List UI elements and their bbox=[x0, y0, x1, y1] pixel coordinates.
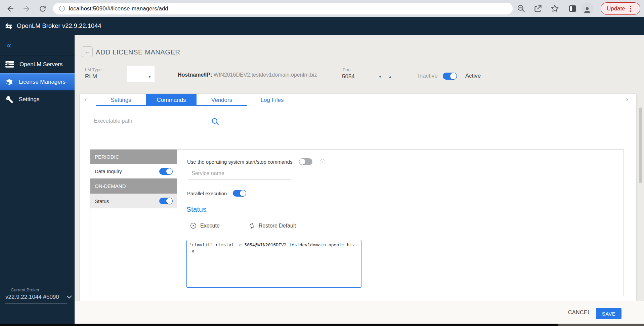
sidebar-item-settings[interactable]: Settings bbox=[0, 91, 75, 108]
command-actions: Execute Restore Default bbox=[190, 222, 296, 229]
command-row-status[interactable]: Status bbox=[90, 194, 177, 208]
sidebar-item-license-managers[interactable]: License Managers bbox=[0, 73, 75, 91]
servers-icon bbox=[5, 61, 14, 68]
port-caret-up-icon[interactable]: ▲ bbox=[388, 75, 392, 79]
inactive-label: Inactive bbox=[418, 73, 438, 79]
zoom-out-icon[interactable] bbox=[517, 4, 526, 13]
current-broker-block: Current Broker v22.9.22.1044 #5090 bbox=[0, 287, 75, 303]
data-inquiry-toggle[interactable] bbox=[159, 168, 173, 175]
share-icon[interactable] bbox=[533, 4, 543, 13]
person-icon bbox=[583, 6, 592, 14]
gear-icon bbox=[5, 78, 13, 86]
tab-vendors[interactable]: Vendors bbox=[197, 94, 247, 106]
group-header-periodic: PERIODIC bbox=[90, 150, 177, 164]
sync-icon bbox=[249, 222, 255, 229]
tabs-scroll-left-icon[interactable]: ‹ bbox=[85, 95, 87, 103]
hostname-label: Hostname/IP: bbox=[178, 72, 212, 78]
tab-bar: Settings Commands Vendors Log Files bbox=[96, 94, 297, 106]
search-icon[interactable] bbox=[211, 117, 220, 126]
tools-icon bbox=[5, 95, 13, 104]
port-underline bbox=[335, 82, 395, 82]
back-button[interactable]: ← bbox=[82, 46, 93, 57]
sidebar-item-openlm-servers[interactable]: OpenLM Servers bbox=[0, 56, 75, 73]
license-manager-card: ‹ Settings Commands Vendors Log Files › … bbox=[80, 94, 636, 301]
browser-toolbar: i localhost:5090/#/license-managers/add … bbox=[0, 0, 644, 17]
port-caret-down-icon[interactable]: ▼ bbox=[378, 75, 382, 79]
screen: i localhost:5090/#/license-managers/add … bbox=[0, 0, 644, 326]
sidebar-item-label: OpenLM Servers bbox=[19, 61, 63, 68]
tabs-scroll-right-icon[interactable]: › bbox=[626, 95, 628, 103]
chevron-down-icon bbox=[67, 295, 72, 299]
hostname-value[interactable]: WIN2016DEV2.testdev1domain.openlm.biz bbox=[214, 72, 317, 78]
current-broker-label: Current Broker bbox=[11, 287, 75, 292]
bookmark-star-icon[interactable] bbox=[550, 4, 559, 13]
service-name-input[interactable] bbox=[188, 170, 291, 179]
address-bar[interactable]: i localhost:5090/#/license-managers/add bbox=[53, 3, 513, 14]
tab-log-files[interactable]: Log Files bbox=[247, 94, 297, 106]
current-broker-value: v22.9.22.1044 #5090 bbox=[5, 294, 59, 300]
active-state-toggle[interactable] bbox=[443, 73, 457, 80]
lm-type-value[interactable]: RLM bbox=[85, 73, 97, 80]
split-view-icon[interactable] bbox=[569, 5, 576, 12]
page-title-info-icon[interactable]: i bbox=[173, 50, 179, 55]
browser-back-icon[interactable] bbox=[6, 4, 15, 13]
app-header: ⇆ OpenLM Broker v22.9.22.1044 bbox=[0, 17, 644, 35]
collapse-icon: « bbox=[7, 41, 11, 50]
tab-commands[interactable]: Commands bbox=[146, 94, 197, 106]
command-label: Status bbox=[95, 198, 109, 204]
os-commands-label: Use the operating system start/stop comm… bbox=[187, 159, 292, 165]
status-toggle[interactable] bbox=[159, 198, 173, 204]
sidebar-item-label: Settings bbox=[19, 96, 39, 103]
parallel-execution-label: Parallel execution bbox=[187, 191, 227, 196]
restore-default-label: Restore Default bbox=[259, 223, 296, 229]
tab-settings[interactable]: Settings bbox=[96, 94, 146, 106]
cancel-button[interactable]: CANCEL bbox=[568, 301, 591, 324]
executable-path-input[interactable] bbox=[90, 118, 190, 127]
browser-forward-icon[interactable] bbox=[22, 4, 31, 13]
app-title: OpenLM Broker v22.9.22.1044 bbox=[17, 23, 101, 30]
lm-type-select-background bbox=[127, 66, 155, 82]
save-button[interactable]: SAVE bbox=[596, 308, 621, 319]
browser-reload-icon[interactable] bbox=[38, 4, 47, 13]
sidebar: « OpenLM Servers License Managers Settin… bbox=[0, 35, 75, 324]
command-label: Data Inquiry bbox=[95, 168, 122, 174]
parallel-execution-row: Parallel execution bbox=[187, 190, 246, 197]
page-title: ADD LICENSE MANAGER bbox=[96, 48, 180, 56]
back-arrow-icon: ← bbox=[84, 48, 90, 55]
port-label: Port bbox=[343, 67, 351, 72]
command-row-data-inquiry[interactable]: Data Inquiry bbox=[90, 164, 177, 178]
update-label: Update bbox=[607, 5, 625, 12]
os-commands-toggle[interactable] bbox=[299, 158, 312, 165]
command-groups: PERIODIC Data Inquiry ON-DEMAND Status bbox=[90, 150, 177, 208]
sidebar-item-label: License Managers bbox=[19, 79, 66, 85]
sidebar-collapse-button[interactable]: « bbox=[0, 35, 75, 56]
commands-panel: PERIODIC Data Inquiry ON-DEMAND Status U… bbox=[90, 149, 624, 296]
os-commands-row: Use the operating system start/stop comm… bbox=[187, 158, 325, 165]
execute-button[interactable]: Execute bbox=[190, 222, 220, 229]
command-textarea[interactable]: "rlmutil" rlmstat -c 5054@WIN2016DEV2.te… bbox=[186, 240, 361, 288]
current-broker-select[interactable]: v22.9.22.1044 #5090 bbox=[5, 294, 75, 300]
hostname-field: Hostname/IP: WIN2016DEV2.testdev1domain.… bbox=[178, 72, 317, 78]
tab-indicator bbox=[96, 105, 247, 106]
restore-default-button[interactable]: Restore Default bbox=[249, 222, 296, 229]
port-value[interactable]: 5054 bbox=[342, 73, 355, 80]
parallel-execution-toggle[interactable] bbox=[233, 190, 246, 197]
scrollbar-thumb[interactable] bbox=[639, 108, 642, 183]
main-content: ← ADD LICENSE MANAGER i LM Type RLM ▼ Ho… bbox=[75, 35, 644, 324]
url-text[interactable]: localhost:5090/#/license-managers/add bbox=[69, 5, 168, 12]
play-circle-icon bbox=[190, 222, 197, 229]
bottom-edge bbox=[0, 324, 644, 326]
site-info-icon[interactable]: i bbox=[59, 6, 65, 11]
lm-type-caret-down-icon[interactable]: ▼ bbox=[148, 75, 152, 79]
openlm-logo-icon: ⇆ bbox=[5, 22, 12, 30]
status-section-title: Status bbox=[186, 205, 207, 213]
browser-menu-icon[interactable] bbox=[630, 6, 631, 12]
os-commands-info-icon[interactable]: i bbox=[320, 159, 325, 164]
browser-profile-avatar[interactable] bbox=[581, 2, 593, 14]
bottom-edge-right bbox=[558, 324, 644, 326]
browser-update-button[interactable]: Update bbox=[601, 2, 640, 15]
lm-type-underline bbox=[85, 82, 156, 82]
group-header-on-demand: ON-DEMAND bbox=[90, 178, 177, 194]
execute-label: Execute bbox=[200, 223, 220, 229]
active-label: Active bbox=[465, 73, 481, 79]
